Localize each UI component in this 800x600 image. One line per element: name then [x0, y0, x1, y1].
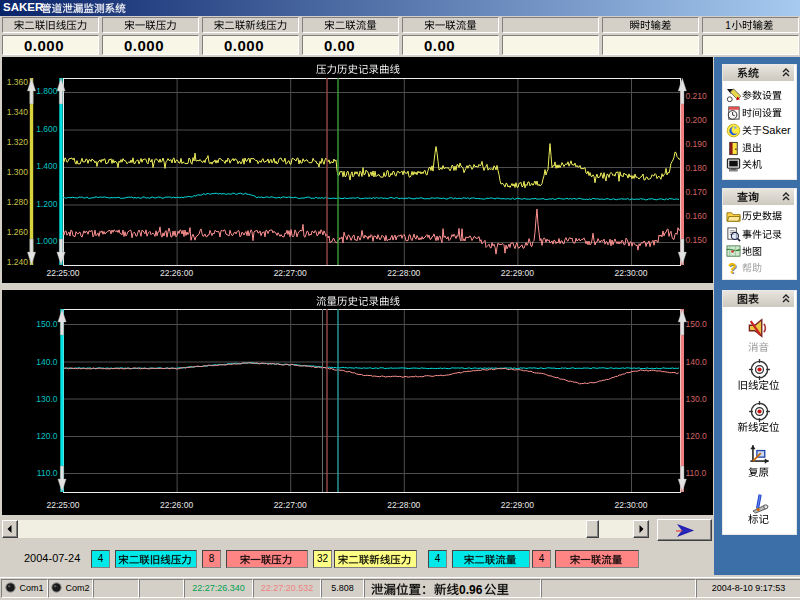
svg-text:1: 1	[725, 20, 731, 31]
svg-text:Saker: Saker	[762, 124, 791, 136]
svg-text:0.96: 0.96	[459, 583, 483, 597]
